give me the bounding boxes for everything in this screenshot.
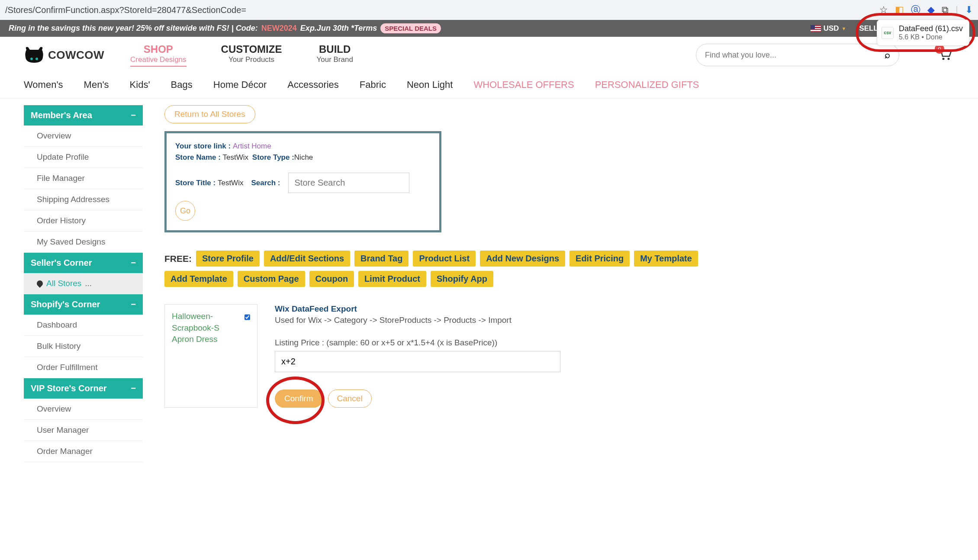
product-checkbox[interactable]: [244, 313, 250, 321]
sidebar-item-order-history[interactable]: Order History: [24, 210, 143, 232]
sidebar-item-label: All Stores: [46, 279, 81, 288]
ext-icon-2[interactable]: ⓐ: [911, 3, 920, 16]
go-button[interactable]: Go: [175, 201, 195, 221]
btn-product-list[interactable]: Product List: [413, 251, 476, 267]
sidebar-head-label: Member's Area: [31, 110, 92, 120]
store-link-label: Your store link :: [175, 142, 231, 150]
logo-icon: [24, 45, 45, 64]
promo-text: Ring in the savings this new year! 25% o…: [9, 24, 258, 33]
main-content: Return to All Stores Your store link : A…: [143, 105, 978, 462]
store-search-input[interactable]: [288, 173, 409, 193]
cart-button[interactable]: 0: [938, 48, 952, 62]
site-search[interactable]: ⌕: [696, 44, 899, 66]
sidebar-item-update-profile[interactable]: Update Profile: [24, 147, 143, 168]
sidebar-item-shipping[interactable]: Shipping Addresses: [24, 189, 143, 210]
free-label: FREE:: [164, 254, 192, 264]
sidebar-head-member[interactable]: Member's Area−: [24, 105, 143, 126]
nav-mens[interactable]: Men's: [84, 79, 109, 90]
extensions-icon[interactable]: ⧉: [942, 4, 949, 16]
btn-add-template[interactable]: Add Template: [164, 271, 233, 287]
svg-point-1: [35, 58, 38, 60]
download-notification[interactable]: csv DataFeed (61).csv 5.6 KB • Done: [877, 19, 969, 46]
sidebar-item-vip-overview[interactable]: Overview: [24, 399, 143, 420]
sidebar-item-saved-designs[interactable]: My Saved Designs: [24, 232, 143, 253]
nav-sell[interactable]: SELL: [859, 24, 878, 33]
url-text: /Stores/ConfirmFunction.aspx?StoreId=280…: [5, 5, 246, 15]
nav-personalized[interactable]: PERSONALIZED GIFTS: [595, 79, 699, 90]
btn-store-profile[interactable]: Store Profile: [196, 251, 260, 267]
store-title-value: TestWix: [218, 179, 244, 187]
export-desc: Used for Wix -> Category -> StoreProduct…: [275, 315, 560, 325]
confirm-button[interactable]: Confirm: [275, 389, 323, 408]
currency-label: USD: [824, 24, 839, 33]
sidebar-item-dashboard[interactable]: Dashboard: [24, 315, 143, 336]
product-select-card: Halloween-Scrapbook-S Apron Dress: [164, 304, 257, 408]
file-icon: csv: [881, 27, 894, 39]
sidebar-item-user-manager[interactable]: User Manager: [24, 420, 143, 441]
sidebar-item-all-stores[interactable]: All Stores ...: [24, 273, 143, 294]
star-icon[interactable]: ☆: [879, 4, 888, 16]
tab-title: BUILD: [316, 43, 353, 55]
store-name-value: TestWix: [223, 153, 249, 161]
product-name: Halloween-Scrapbook-S Apron Dress: [172, 311, 241, 401]
store-type-label: Store Type :: [252, 153, 294, 161]
currency-selector[interactable]: USD ▼: [811, 24, 846, 33]
btn-add-edit-sections[interactable]: Add/Edit Sections: [264, 251, 350, 267]
nav-neon-light[interactable]: Neon Light: [407, 79, 453, 90]
store-link-value[interactable]: Artist Home: [233, 142, 271, 150]
svg-point-0: [30, 58, 33, 60]
logo[interactable]: COWCOW: [24, 45, 104, 64]
sidebar-item-order-fulfillment[interactable]: Order Fulfillment: [24, 357, 143, 378]
ext-icon-1[interactable]: ◧: [895, 4, 904, 16]
btn-brand-tag[interactable]: Brand Tag: [354, 251, 409, 267]
download-icon[interactable]: ⬇: [965, 4, 973, 16]
nav-bags[interactable]: Bags: [171, 79, 193, 90]
svg-point-2: [943, 58, 945, 60]
ext-icon-3[interactable]: ◆: [927, 4, 935, 16]
svg-point-3: [948, 58, 950, 60]
nav-home-decor[interactable]: Home Décor: [213, 79, 267, 90]
btn-limit-product[interactable]: Limit Product: [358, 271, 426, 287]
sidebar-item-bulk-history[interactable]: Bulk History: [24, 336, 143, 357]
btn-edit-pricing[interactable]: Edit Pricing: [569, 251, 630, 267]
tab-build[interactable]: BUILD Your Brand: [316, 43, 353, 67]
btn-my-template[interactable]: My Template: [634, 251, 698, 267]
btn-shopify-app[interactable]: Shopify App: [431, 271, 493, 287]
sidebar-item-overview[interactable]: Overview: [24, 126, 143, 147]
ellipsis: ...: [85, 279, 92, 288]
logo-text: COWCOW: [48, 48, 104, 62]
btn-coupon[interactable]: Coupon: [309, 271, 354, 287]
special-deals-badge[interactable]: SPECIAL DEALS: [380, 23, 441, 33]
sidebar: Member's Area− Overview Update Profile F…: [24, 105, 143, 462]
search-input[interactable]: [705, 51, 885, 60]
tab-customize[interactable]: CUSTOMIZE Your Products: [221, 43, 282, 67]
sidebar-head-vip[interactable]: VIP Store's Corner−: [24, 378, 143, 399]
site-header: COWCOW SHOP Creative Designs CUSTOMIZE Y…: [0, 37, 978, 73]
sidebar-head-shopify[interactable]: Shopify's Corner−: [24, 294, 143, 315]
flag-icon: [811, 25, 821, 32]
sidebar-item-file-manager[interactable]: File Manager: [24, 168, 143, 189]
nav-fabric[interactable]: Fabric: [360, 79, 386, 90]
nav-wholesale[interactable]: WHOLESALE OFFERS: [473, 79, 574, 90]
tab-subtitle: Your Products: [221, 55, 282, 64]
search-icon[interactable]: ⌕: [885, 49, 890, 61]
return-all-stores-button[interactable]: Return to All Stores: [164, 105, 255, 123]
browser-url-bar: /Stores/ConfirmFunction.aspx?StoreId=280…: [0, 0, 978, 20]
tab-shop[interactable]: SHOP Creative Designs: [130, 43, 186, 67]
btn-add-new-designs[interactable]: Add New Designs: [480, 251, 565, 267]
sidebar-item-order-manager[interactable]: Order Manager: [24, 441, 143, 462]
promo-code: NEW2024: [261, 24, 297, 33]
sidebar-head-seller[interactable]: Seller's Corner−: [24, 253, 143, 273]
cancel-button[interactable]: Cancel: [328, 389, 372, 408]
btn-custom-page[interactable]: Custom Page: [238, 271, 305, 287]
price-label: Listing Price : (sample: 60 or x+5 or x*…: [275, 338, 560, 348]
promo-exp: Exp.Jun 30th *Terms: [300, 24, 377, 33]
nav-accessories[interactable]: Accessories: [287, 79, 339, 90]
nav-womens[interactable]: Women's: [24, 79, 63, 90]
listing-price-input[interactable]: [275, 351, 560, 372]
tab-title: SHOP: [130, 43, 186, 55]
chevron-down-icon: ▼: [842, 26, 846, 31]
nav-kids[interactable]: Kids': [130, 79, 150, 90]
collapse-icon: −: [131, 299, 136, 309]
store-type-value: Niche: [294, 153, 313, 161]
